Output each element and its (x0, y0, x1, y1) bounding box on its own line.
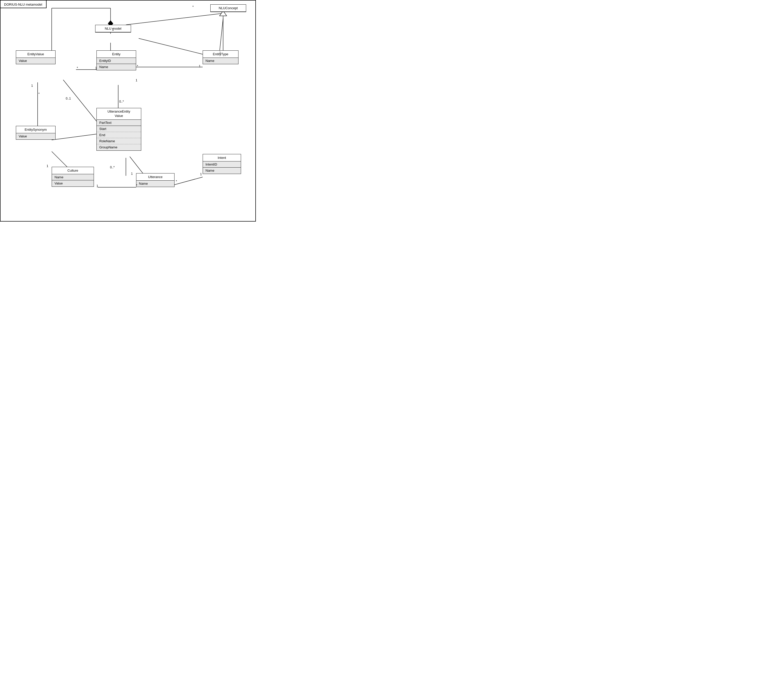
utterance-attr-name: Name (136, 181, 174, 187)
intent-attrs: IntentID Name (203, 161, 241, 174)
svg-line-17 (219, 19, 223, 54)
entity-value-attrs: Value (16, 58, 55, 64)
entity-synonym-header: EntitySynonym (16, 126, 55, 133)
nlu-concept-header: NLUConcept (211, 5, 246, 12)
svg-line-21 (175, 177, 203, 185)
utterance-entity-value-class: UtteranceEntityValue PartText Start End … (97, 108, 141, 151)
uev-attrs: PartText Start End RoleName GroupName (97, 120, 141, 150)
uev-attr-start: Start (97, 126, 141, 132)
intent-header: Intent (203, 154, 241, 161)
diagram-container: DORIUS-NLU metamodel (0, 0, 256, 222)
utterance-attrs: Name (136, 181, 174, 187)
mult-utterance-star: * (136, 184, 138, 187)
culture-header: Culture (52, 167, 94, 174)
entity-value-class: EntityValue Value (16, 50, 56, 64)
uev-attr-rolename: RoleName (97, 138, 141, 144)
mult-nlu-model-1: 1 (112, 28, 114, 31)
svg-line-7 (139, 38, 203, 54)
mult-utterance-intent-1: 1 (200, 172, 202, 176)
entity-type-attrs: Name (203, 58, 238, 64)
uev-attr-parttext: PartText (97, 120, 141, 126)
utterance-header: Utterance (136, 174, 174, 181)
mult-ev-entity-star: * (77, 66, 78, 70)
svg-line-0 (126, 13, 223, 25)
svg-line-14 (52, 133, 100, 140)
mult-ev-entity-1: 1 (95, 66, 97, 70)
entity-attr-name: Name (97, 64, 136, 70)
uev-attr-end: End (97, 132, 141, 138)
mult-ev-uev: 0..1 (66, 97, 71, 100)
mult-culture-utterance-1: 1 (97, 184, 98, 188)
mult-es-culture-1: 1 (47, 164, 49, 168)
svg-line-11 (63, 80, 100, 126)
mult-es-star: * (38, 92, 40, 96)
entity-synonym-attr-value: Value (16, 133, 55, 139)
culture-class: Culture Name Value (52, 167, 94, 187)
entity-value-header: EntityValue (16, 51, 55, 58)
mult-entity-et-1: 1 (199, 64, 200, 68)
mult-nlu-concept-star: * (192, 5, 194, 9)
entity-attrs: EntityID Name (97, 58, 136, 70)
mult-entity-uev: 0..* (119, 100, 124, 103)
culture-attr-name: Name (52, 174, 94, 180)
entity-class: Entity EntityID Name (97, 50, 136, 70)
entity-attr-id: EntityID (97, 58, 136, 64)
mult-uev-utterance-0star: 0..* (110, 166, 115, 169)
intent-class: Intent IntentID Name (203, 154, 241, 174)
mult-utterance-intent-star: * (176, 180, 177, 183)
nlu-concept-class: NLUConcept (210, 4, 246, 12)
intent-attr-name: Name (203, 167, 241, 174)
entity-synonym-attrs: Value (16, 133, 55, 139)
mult-et-nlu-1: 1 (219, 51, 221, 55)
entity-type-attr-name: Name (203, 58, 238, 64)
intent-attr-id: IntentID (203, 161, 241, 167)
uev-header: UtteranceEntityValue (97, 108, 141, 120)
entity-value-attr-value: Value (16, 58, 55, 64)
mult-es-1: 1 (31, 84, 33, 88)
culture-attr-value: Value (52, 180, 94, 186)
frame-title: DORIUS-NLU metamodel (3, 3, 43, 6)
culture-attrs: Name Value (52, 174, 94, 186)
mult-entity-et-star: * (137, 64, 138, 68)
entity-synonym-class: EntitySynonym Value (16, 126, 56, 140)
entity-header: Entity (97, 51, 136, 58)
mult-entity-uev-1: 1 (136, 78, 138, 82)
utterance-class: Utterance Name (136, 173, 175, 187)
uev-attr-groupname: GroupName (97, 144, 141, 150)
mult-uev-utterance-1: 1 (131, 172, 133, 175)
